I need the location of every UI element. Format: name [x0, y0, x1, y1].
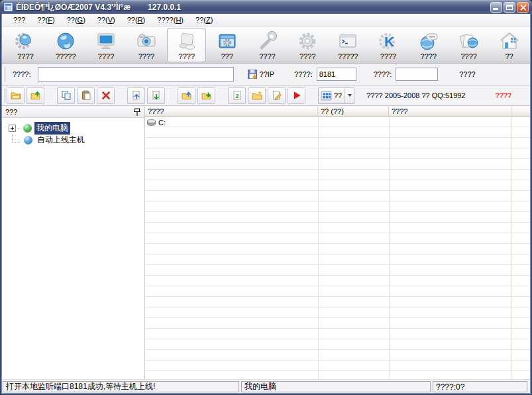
toolbar-button-4[interactable]: ???? — [167, 28, 206, 62]
menu-item-6[interactable]: ??(Z) — [189, 15, 219, 25]
monitor-icon — [95, 30, 117, 52]
port-input[interactable] — [317, 68, 356, 81]
toolbar-button-label: ??? — [221, 52, 233, 60]
paste-icon — [81, 90, 91, 101]
file-toolbar-group — [57, 87, 117, 104]
save-ip-label[interactable]: ??IP — [260, 70, 275, 78]
delete-icon — [101, 90, 111, 101]
card-globe-icon — [458, 30, 480, 52]
view-mode-dropdown[interactable] — [345, 88, 354, 103]
file-download-button[interactable] — [147, 87, 165, 104]
file-upload-button[interactable] — [127, 87, 145, 104]
menu-item-2[interactable]: ??(G) — [61, 15, 91, 25]
list-row-drive-c[interactable]: C: — [146, 117, 166, 127]
paste-button[interactable] — [77, 87, 95, 104]
scan-config-icon — [15, 30, 36, 52]
apply-button[interactable]: ???? — [459, 70, 475, 78]
tree-item-my-computer[interactable]: ·· 我的电脑 — [2, 122, 144, 134]
list-body: C: — [145, 117, 530, 379]
file-upload-icon — [131, 90, 142, 101]
column-header-extra[interactable] — [511, 107, 530, 117]
toolbar-button-2[interactable]: ???? — [87, 28, 126, 62]
toolbar-button-label: ????? — [338, 52, 358, 60]
toolbar-button-label: ???? — [299, 52, 315, 60]
minimize-button[interactable] — [490, 2, 502, 13]
view-mode-combo[interactable]: ?? — [318, 87, 354, 104]
toolbar-button-9[interactable]: K???? — [369, 28, 408, 62]
toolbar-button-label: ???? — [17, 52, 33, 60]
close-button[interactable] — [517, 2, 529, 13]
refresh-button[interactable]: 2 — [228, 87, 246, 104]
folder-upload-button[interactable] — [27, 87, 44, 104]
toolbar-button-8[interactable]: ????? — [329, 28, 368, 62]
tree-item-label[interactable]: 我的电脑 — [34, 122, 70, 135]
tree-item-label[interactable]: 自动上线主机 — [35, 134, 87, 146]
folder-down-button[interactable] — [197, 87, 215, 104]
tree-expander-plus-icon[interactable] — [9, 125, 16, 132]
toolbar-button-7[interactable]: ???? — [288, 28, 327, 62]
refresh-icon: 2 — [232, 90, 242, 101]
menu-item-3[interactable]: ??(V) — [91, 15, 121, 25]
toolbar-grip — [3, 66, 5, 82]
settings-window-icon — [217, 30, 238, 52]
wrench-icon — [256, 30, 278, 52]
toolbar-button-3[interactable]: ???? — [127, 28, 166, 62]
file-toolbar-group: 2 — [228, 87, 307, 104]
menu-item-0[interactable]: ??? — [7, 15, 31, 25]
toolbar-button-11[interactable]: ???? — [449, 28, 488, 62]
delete-button[interactable] — [97, 87, 115, 104]
run-button[interactable] — [288, 87, 305, 104]
menu-bar: ?????(F)??(G)??(V)??(R)????(H)??(Z) — [2, 14, 530, 27]
toolbar-button-label: ???? — [138, 52, 154, 60]
app-icon — [3, 2, 13, 12]
tree-panel-header: ??? — [2, 107, 144, 118]
edit-button[interactable] — [268, 87, 286, 104]
folder-up-button[interactable] — [178, 87, 195, 104]
toolbar-button-1[interactable]: ????? — [46, 28, 85, 62]
toolbar-button-label: ???? — [259, 52, 275, 60]
file-toolbar: 2 ?? ???? 2005-2008 ?? QQ:51992 ???? — [2, 85, 530, 106]
file-toolbar-buttons: 2 — [7, 87, 318, 104]
disk-drive-icon — [146, 118, 156, 127]
new-folder-button[interactable] — [248, 87, 266, 104]
menu-item-5[interactable]: ????(H) — [151, 15, 189, 25]
folder-down-icon — [201, 90, 212, 101]
open-folder-button[interactable] — [7, 87, 25, 104]
kde-gear-icon: K — [378, 30, 399, 52]
maximize-button[interactable] — [504, 2, 515, 13]
grid-line — [318, 117, 319, 379]
toolbar-button-label: ???? — [98, 52, 114, 60]
status-message: 打开本地监听端口8181成功,等待主机上线! — [3, 381, 239, 392]
save-ip-icon[interactable] — [247, 69, 258, 80]
register-link[interactable]: ???? — [496, 91, 511, 99]
folder-upload-icon — [30, 90, 41, 101]
toolbar-button-5[interactable]: ??? — [207, 28, 246, 62]
menu-item-1[interactable]: ??(F) — [31, 15, 60, 25]
camera-icon — [136, 30, 157, 52]
toolbar-button-0[interactable]: ???? — [6, 28, 45, 62]
status-selection: 我的电脑 — [241, 381, 431, 392]
target-input[interactable] — [38, 67, 234, 82]
tree-panel-title: ??? — [5, 108, 17, 116]
connection-bar: ????: ??IP ????: ????: ???? — [2, 64, 530, 85]
tree-item-auto-online-hosts[interactable]: 自动上线主机 — [2, 134, 144, 146]
column-header-size[interactable]: ?? (??) — [318, 107, 389, 117]
column-header-type[interactable]: ???? — [389, 107, 511, 117]
drive-name[interactable]: C: — [158, 119, 166, 127]
title-bar[interactable]: ÉÏÐËÔ¶³Ì¿ØÖÆ2007 V4.3'²Ìí°æ 127.0.0.1 — [0, 0, 532, 14]
toolbar-button-10[interactable]: ???? — [409, 28, 448, 62]
host-tree-panel: ??? ·· 我的电脑 自动上 — [2, 107, 145, 379]
tree-connector — [12, 134, 20, 142]
menu-item-4[interactable]: ??(R) — [121, 15, 152, 25]
pushpin-icon[interactable] — [133, 108, 141, 117]
copy-button[interactable] — [57, 87, 75, 104]
toolbar-button-12[interactable]: ?? — [490, 28, 529, 62]
toolbar-button-label: ???? — [460, 52, 476, 60]
password-input[interactable] — [396, 68, 438, 81]
toolbar-button-label: ?? — [505, 52, 513, 60]
toolbar-button-label: ???? — [380, 52, 396, 60]
toolbar-button-6[interactable]: ???? — [248, 28, 287, 62]
globe-chat-icon — [418, 30, 439, 52]
column-header-name[interactable]: ???? — [145, 107, 318, 117]
copyright-text: ???? 2005-2008 ?? QQ:51992 — [366, 91, 465, 99]
